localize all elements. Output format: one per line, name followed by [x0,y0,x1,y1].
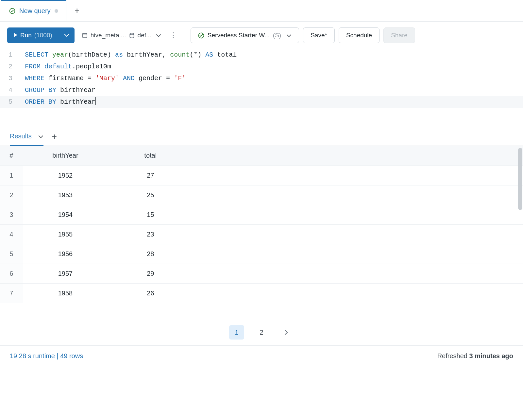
row-index: 5 [0,244,23,264]
col-header-total[interactable]: total [108,146,193,166]
editor-code[interactable]: FROM default.people10m [18,61,523,73]
table-row[interactable]: 6195729 [0,264,523,283]
more-options-button[interactable]: ⋮ [168,27,178,43]
query-toolbar: Run (1000) hive_meta.... def... ⋮ Server… [0,22,523,49]
unsaved-dot-icon [55,9,58,13]
page-1[interactable]: 1 [229,325,244,340]
cell-spacer [193,283,523,303]
cell-birthyear: 1952 [23,166,108,185]
cell-total: 27 [108,166,193,185]
editor-code[interactable]: SELECT year(birthDate) as birthYear, cou… [18,49,523,61]
share-button: Share [383,27,415,43]
warehouse-selector[interactable]: Serverless Starter W... (S) [191,27,299,43]
col-header-index[interactable]: # [0,146,23,166]
cell-spacer [193,166,523,185]
col-header-birthyear[interactable]: birthYear [23,146,108,166]
token: SELECT [25,51,48,59]
token [48,51,52,59]
token: AS [205,51,213,59]
token [44,86,48,94]
catalog-schema-selector[interactable]: hive_meta.... def... [78,27,164,43]
token: firstName = [44,75,95,82]
tab-label: New query [19,7,51,15]
token: WHERE [25,75,44,82]
results-tab[interactable]: Results [10,128,43,146]
table-row[interactable]: 2195325 [0,185,523,205]
cell-total: 25 [108,185,193,205]
table-row[interactable]: 7195826 [0,283,523,303]
token: default [44,63,72,70]
save-button[interactable]: Save* [303,27,335,43]
token: as [115,51,123,59]
token: GROUP [25,86,44,94]
cell-total: 29 [108,264,193,283]
editor-line[interactable]: 2FROM default.people10m [0,61,523,73]
token [119,75,123,82]
row-index: 3 [0,205,23,224]
results-tab-label: Results [10,132,32,140]
run-label: Run [20,32,32,39]
refreshed-prefix: Refreshed [437,352,469,359]
line-number: 3 [0,73,18,84]
success-icon [198,32,204,39]
cell-birthyear: 1958 [23,283,108,303]
svg-rect-2 [83,33,87,35]
table-row[interactable]: 3195415 [0,205,523,224]
schema-label: def... [138,32,151,39]
token [44,98,48,106]
editor-line[interactable]: 5ORDER BY birthYear [0,96,523,108]
cell-spacer [193,185,523,205]
add-result-viz-button[interactable]: + [52,131,57,142]
table-row[interactable]: 5195628 [0,244,523,264]
text-cursor [95,97,96,105]
token: (birthDate) [68,51,115,59]
editor-line[interactable]: 4GROUP BY birthYear [0,84,523,96]
status-bar: 19.28 s runtime | 49 rows Refreshed 3 mi… [0,345,523,360]
row-index: 4 [0,224,23,244]
line-number: 1 [0,49,18,61]
catalog-icon [82,32,88,39]
token: birthYear [56,86,95,94]
cell-total: 15 [108,205,193,224]
editor-code[interactable]: ORDER BY birthYear [18,96,523,108]
cell-total: 28 [108,244,193,264]
success-icon [9,8,15,14]
results-pagination: 12 [0,319,523,345]
table-row[interactable]: 4195523 [0,224,523,244]
token: FROM [25,63,41,70]
results-scrollbar[interactable] [518,148,522,210]
editor-line[interactable]: 3WHERE firstName = 'Mary' AND gender = '… [0,73,523,84]
editor-code[interactable]: GROUP BY birthYear [18,84,523,96]
cell-birthyear: 1956 [23,244,108,264]
page-next-button[interactable] [279,325,294,340]
run-options-button[interactable] [59,27,75,43]
catalog-label: hive_meta.... [91,32,126,39]
table-row[interactable]: 1195227 [0,166,523,185]
editor-code[interactable]: WHERE firstName = 'Mary' AND gender = 'F… [18,73,523,84]
token: AND [123,75,135,82]
refreshed-when: 3 minutes ago [469,352,513,359]
line-number: 2 [0,61,18,73]
row-index: 2 [0,185,23,205]
token: BY [48,98,56,106]
results-panel: # birthYear total 1195227219532531954154… [0,146,523,319]
editor-line[interactable]: 1SELECT year(birthDate) as birthYear, co… [0,49,523,61]
run-button[interactable]: Run (1000) [7,27,59,43]
add-tab-button[interactable]: + [66,0,88,21]
line-number: 5 [0,96,18,108]
tab-new-query[interactable]: New query [1,0,66,21]
warehouse-size: (S) [273,32,281,39]
run-limit: (1000) [34,32,52,39]
save-label: Save* [311,32,327,39]
page-2[interactable]: 2 [254,325,269,340]
cell-birthyear: 1954 [23,205,108,224]
token: year [52,51,68,59]
schedule-label: Schedule [346,32,372,39]
token: total [213,51,237,59]
schedule-button[interactable]: Schedule [339,27,380,43]
runtime-row-count: 19.28 s runtime | 49 rows [10,352,83,360]
token: .people10m [72,63,111,70]
share-label: Share [391,32,408,39]
sql-editor[interactable]: 1SELECT year(birthDate) as birthYear, co… [0,49,523,128]
token: birthYear [56,98,95,106]
